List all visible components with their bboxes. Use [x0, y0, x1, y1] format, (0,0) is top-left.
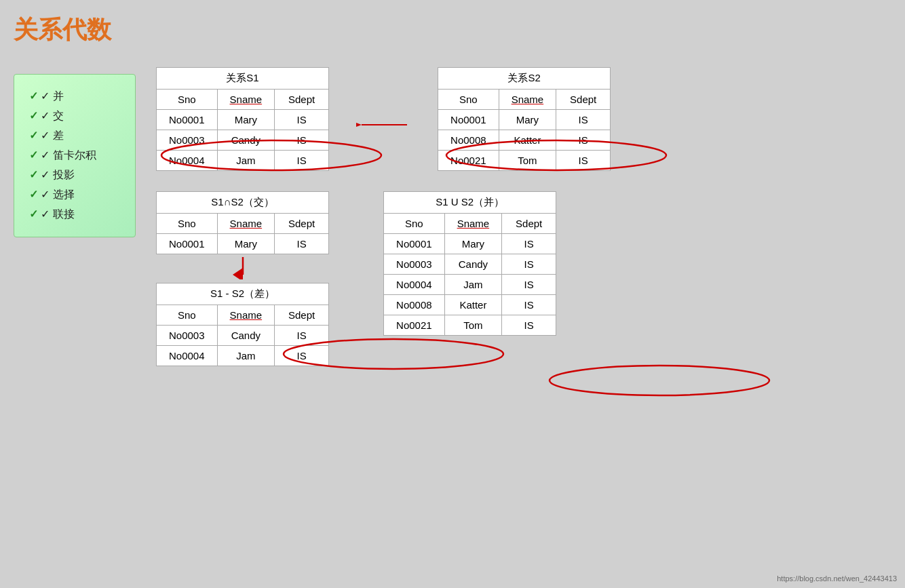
s2-r1-sdept: IS — [556, 110, 611, 130]
s2-row-1: No0001 Mary IS — [438, 110, 611, 130]
s2-row-3: No0021 Tom IS — [438, 151, 611, 171]
s2-r2-sno: No0008 — [438, 130, 499, 151]
s2-r3-sname: Tom — [499, 151, 556, 171]
s1-r3-sdept: IS — [275, 151, 329, 171]
union-header-sdept: Sdept — [502, 214, 556, 234]
intersect-table-container: S1∩S2（交） Sno Sname Sdept — [156, 191, 329, 254]
union-table: S1 U S2（并） Sno Sname Sdept — [383, 191, 556, 336]
union-row-3: No0004 Jam IS — [384, 275, 556, 295]
arrow-svg — [356, 115, 410, 135]
union-r4-sno: No0008 — [384, 295, 445, 315]
s2-title: 关系S2 — [438, 68, 611, 90]
difference-header-sno: Sno — [157, 305, 218, 326]
s1-r2-sdept: IS — [275, 130, 329, 151]
bottom-tables: S1∩S2（交） Sno Sname Sdept — [156, 191, 891, 366]
s2-r3-sdept: IS — [556, 151, 611, 171]
page-title: 关系代数 — [14, 14, 891, 47]
s2-table: 关系S2 Sno Sname Sdept No — [438, 67, 611, 171]
intersect-row-1: No0001 Mary IS — [157, 234, 329, 254]
difference-table-container: S1 - S2（差） Sno Sname Sdept — [156, 283, 329, 366]
difference-header-sname: Sname — [217, 305, 275, 326]
union-row-1: No0001 Mary IS — [384, 234, 556, 254]
intersect-r1-sdept: IS — [275, 234, 329, 254]
s2-title-text: 关系S2 — [507, 72, 540, 83]
union-r3-sno: No0004 — [384, 275, 445, 295]
union-r4-sname: Katter — [444, 295, 502, 315]
s1-row-2: No0003 Candy IS — [157, 130, 329, 151]
s2-r1-sno: No0001 — [438, 110, 499, 130]
union-r3-sname: Jam — [444, 275, 502, 295]
difference-r1-sname: Candy — [217, 326, 275, 346]
sidebar-item-lianjie: ✓ 联接 — [29, 205, 120, 224]
sidebar-item-jiao: ✓ 交 — [29, 106, 120, 126]
s1-s2-arrow — [356, 115, 410, 135]
difference-header-sdept: Sdept — [275, 305, 329, 326]
union-table-container: S1 U S2（并） Sno Sname Sdept — [383, 191, 556, 336]
difference-r2-sname: Jam — [217, 346, 275, 366]
s1-row-3: No0004 Jam IS — [157, 151, 329, 171]
s1-header-sname-text: Sname — [230, 94, 263, 105]
difference-row-2: No0004 Jam IS — [157, 346, 329, 366]
union-row-2: No0003 Candy IS — [384, 254, 556, 275]
difference-row-1: No0003 Candy IS — [157, 326, 329, 346]
union-r4-sdept: IS — [502, 295, 556, 315]
union-r2-sname: Candy — [444, 254, 502, 275]
intersect-header-sdept: Sdept — [275, 214, 329, 234]
sidebar-item-touying: ✓ 投影 — [29, 165, 120, 185]
oval-union — [544, 364, 775, 397]
intersect-table: S1∩S2（交） Sno Sname Sdept — [156, 191, 329, 254]
s1-header-sdept: Sdept — [275, 90, 329, 110]
svg-point-5 — [550, 366, 769, 395]
difference-r1-sdept: IS — [275, 326, 329, 346]
sidebar-list: ✓ 并 ✓ 交 ✓ 差 ✓ 笛卡尔积 ✓ 投影 ✓ 选择 ✓ 联接 — [29, 87, 120, 224]
down-arrow-container — [229, 254, 256, 283]
union-r5-sdept: IS — [502, 315, 556, 336]
intersect-title-text: S1∩S2（交） — [211, 196, 273, 208]
union-r5-sno: No0021 — [384, 315, 445, 336]
s1-header-sname: Sname — [217, 90, 275, 110]
difference-r2-sdept: IS — [275, 346, 329, 366]
sidebar-item-cha: ✓ 差 — [29, 126, 120, 146]
sidebar-item-xuanze: ✓ 选择 — [29, 185, 120, 205]
s2-header-sname: Sname — [499, 90, 556, 110]
union-r1-sno: No0001 — [384, 234, 445, 254]
sidebar: ✓ 并 ✓ 交 ✓ 差 ✓ 笛卡尔积 ✓ 投影 ✓ 选择 ✓ 联接 — [14, 74, 136, 237]
s2-r2-sname: Katter — [499, 130, 556, 151]
union-r2-sdept: IS — [502, 254, 556, 275]
s2-r3-sno: No0021 — [438, 151, 499, 171]
intersect-r1-sname: Mary — [217, 234, 275, 254]
s1-table: 关系S1 Sno Sname Sdept No — [156, 67, 329, 171]
union-header-sname-text: Sname — [457, 218, 490, 229]
union-header-sname: Sname — [444, 214, 502, 234]
intersect-header-sname-text: Sname — [230, 218, 263, 229]
union-title: S1 U S2（并） — [384, 192, 556, 214]
difference-r2-sno: No0004 — [157, 346, 218, 366]
down-arrow-svg — [229, 256, 256, 279]
bottom-left-tables: S1∩S2（交） Sno Sname Sdept — [156, 191, 329, 366]
s2-row-2: No0008 Katter IS — [438, 130, 611, 151]
intersect-header-sno: Sno — [157, 214, 218, 234]
s1-r2-sname: Candy — [217, 130, 275, 151]
s1-r3-sno: No0004 — [157, 151, 218, 171]
intersect-r1-sno: No0001 — [157, 234, 218, 254]
tables-area: 关系S1 Sno Sname Sdept No — [156, 67, 891, 366]
sidebar-item-dikaer: ✓ 笛卡尔积 — [29, 146, 120, 165]
difference-header-sname-text: Sname — [230, 309, 263, 321]
intersect-title: S1∩S2（交） — [157, 192, 329, 214]
difference-r1-sno: No0003 — [157, 326, 218, 346]
s2-r2-sdept: IS — [556, 130, 611, 151]
union-r5-sname: Tom — [444, 315, 502, 336]
s2-table-container: 关系S2 Sno Sname Sdept No — [438, 67, 611, 171]
s2-header-sno: Sno — [438, 90, 499, 110]
s1-table-container: 关系S1 Sno Sname Sdept No — [156, 67, 329, 171]
difference-table: S1 - S2（差） Sno Sname Sdept — [156, 283, 329, 366]
s1-r2-sno: No0003 — [157, 130, 218, 151]
union-row-5: No0021 Tom IS — [384, 315, 556, 336]
union-row-4: No0008 Katter IS — [384, 295, 556, 315]
union-title-text: S1 U S2（并） — [436, 196, 504, 208]
s1-row-1: No0001 Mary IS — [157, 110, 329, 130]
union-r3-sdept: IS — [502, 275, 556, 295]
difference-title: S1 - S2（差） — [157, 283, 329, 305]
intersect-header-sname: Sname — [217, 214, 275, 234]
s2-header-sdept: Sdept — [556, 90, 611, 110]
